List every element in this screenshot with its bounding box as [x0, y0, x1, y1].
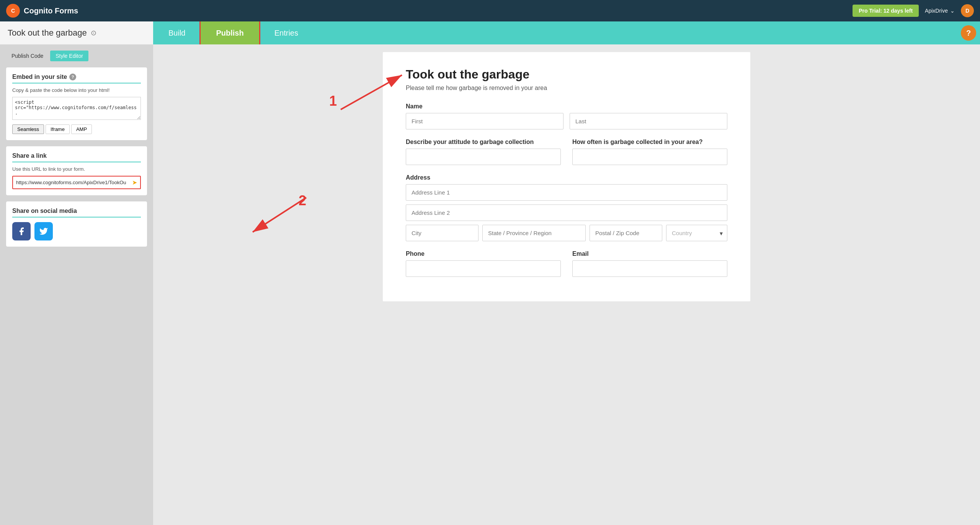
- tab-publish[interactable]: Publish: [201, 21, 259, 44]
- embed-type-buttons: Seamless Iframe AMP: [12, 124, 141, 134]
- help-button[interactable]: ?: [961, 25, 976, 41]
- country-select-wrapper: Country ▾: [666, 225, 727, 241]
- name-field-group: Name: [406, 103, 727, 129]
- address-line1-row: [406, 184, 727, 201]
- tab-build[interactable]: Build: [153, 21, 201, 44]
- url-external-link-icon[interactable]: ➤: [132, 179, 137, 186]
- embed-section: Embed in your site ? Copy & paste the co…: [6, 67, 147, 140]
- tab-style-editor[interactable]: Style Editor: [50, 51, 88, 61]
- attitude-field-group: Describe your attitude to garbage collec…: [406, 139, 561, 165]
- social-title: Share on social media: [12, 208, 141, 214]
- attitude-frequency-row: Describe your attitude to garbage collec…: [406, 139, 727, 174]
- apixdrive-label: ApixDrive: [925, 8, 948, 14]
- email-field-group: Email: [572, 250, 727, 277]
- pro-trial-button[interactable]: Pro Trial: 12 days left: [853, 5, 919, 17]
- form-title: Took out the garbage: [8, 28, 87, 38]
- svg-text:1: 1: [329, 93, 337, 109]
- embed-type-amp[interactable]: AMP: [71, 124, 92, 134]
- form-title-chevron[interactable]: ⊙: [91, 29, 96, 37]
- name-first-input[interactable]: [406, 113, 564, 129]
- address-line2-input[interactable]: [406, 204, 727, 221]
- nav-right: Pro Trial: 12 days left ApixDrive ⌄ D: [853, 4, 974, 17]
- app-name: Cognito Forms: [24, 7, 78, 15]
- phone-field-group: Phone: [406, 250, 561, 277]
- embed-divider: [12, 83, 141, 83]
- user-avatar[interactable]: D: [961, 4, 974, 17]
- attitude-label: Describe your attitude to garbage collec…: [406, 139, 561, 146]
- email-input[interactable]: [572, 260, 727, 277]
- embed-title: Embed in your site ?: [12, 74, 141, 80]
- svg-text:C: C: [11, 8, 15, 14]
- address-city-row: Country ▾: [406, 225, 727, 241]
- social-divider: [12, 217, 141, 218]
- twitter-share-button[interactable]: [34, 222, 53, 240]
- address-line2-row: [406, 204, 727, 221]
- phone-label: Phone: [406, 250, 561, 257]
- phone-email-row: Phone Email: [406, 250, 727, 286]
- svg-text:2: 2: [299, 194, 306, 208]
- facebook-share-button[interactable]: [12, 222, 31, 240]
- embed-type-iframe[interactable]: Iframe: [46, 124, 70, 134]
- sidebar-tabs: Publish Code Style Editor: [6, 51, 147, 61]
- share-link-divider: [12, 162, 141, 162]
- phone-input[interactable]: [406, 260, 561, 277]
- apixdrive-chevron: ⌄: [950, 8, 955, 14]
- logo-icon: C: [6, 4, 20, 18]
- nav-tabs: Build Publish Entries: [153, 21, 314, 44]
- frequency-input[interactable]: [572, 149, 727, 165]
- share-url-input[interactable]: [16, 180, 132, 185]
- svg-line-6: [253, 198, 306, 232]
- form-title-area: Took out the garbage ⊙: [0, 21, 153, 44]
- form-heading: Took out the garbage: [406, 67, 727, 82]
- attitude-input[interactable]: [406, 149, 561, 165]
- tab-publish-code[interactable]: Publish Code: [6, 51, 49, 61]
- share-link-title-text: Share a link: [12, 152, 47, 159]
- embed-desc: Copy & paste the code below into your ht…: [12, 87, 141, 93]
- tab-entries[interactable]: Entries: [259, 21, 314, 44]
- top-navigation: C Cognito Forms Pro Trial: 12 days left …: [0, 0, 980, 21]
- sidebar: Publish Code Style Editor Embed in your …: [0, 44, 153, 525]
- share-link-section: Share a link Use this URL to link to you…: [6, 146, 147, 195]
- embed-help-icon[interactable]: ?: [69, 74, 76, 80]
- form-subheading: Please tell me how garbage is removed in…: [406, 85, 727, 92]
- zip-input[interactable]: [590, 225, 662, 241]
- name-last-input[interactable]: [570, 113, 727, 129]
- social-share-section: Share on social media: [6, 201, 147, 247]
- share-link-desc: Use this URL to link to your form.: [12, 166, 141, 172]
- form-card: Took out the garbage Please tell me how …: [383, 52, 750, 301]
- state-input[interactable]: [482, 225, 586, 241]
- sub-navigation: Took out the garbage ⊙ Build Publish Ent…: [0, 21, 980, 44]
- apixdrive-user[interactable]: ApixDrive ⌄: [925, 8, 955, 14]
- logo-area: C Cognito Forms: [6, 4, 78, 18]
- embed-title-text: Embed in your site: [12, 74, 67, 80]
- social-icons: [12, 222, 141, 240]
- embed-code-textarea[interactable]: <script src="https://www.cognitoforms.co…: [12, 97, 141, 120]
- annotation-arrow-2: 2: [230, 194, 329, 240]
- form-preview: 1 2 Took out the garbage Please tell me …: [153, 44, 980, 525]
- share-link-title: Share a link: [12, 152, 141, 159]
- frequency-label: How often is garbage collected in your a…: [572, 139, 727, 146]
- address-line1-input[interactable]: [406, 184, 727, 201]
- embed-type-seamless[interactable]: Seamless: [12, 124, 44, 134]
- main-content: Publish Code Style Editor Embed in your …: [0, 44, 980, 525]
- city-input[interactable]: [406, 225, 479, 241]
- address-field-group: Address Country ▾: [406, 174, 727, 241]
- url-input-row: ➤: [12, 176, 141, 189]
- name-field-row: [406, 113, 727, 129]
- name-label: Name: [406, 103, 727, 110]
- address-label: Address: [406, 174, 727, 181]
- social-title-text: Share on social media: [12, 208, 77, 214]
- country-select[interactable]: Country: [666, 225, 727, 241]
- email-label: Email: [572, 250, 727, 257]
- frequency-field-group: How often is garbage collected in your a…: [572, 139, 727, 165]
